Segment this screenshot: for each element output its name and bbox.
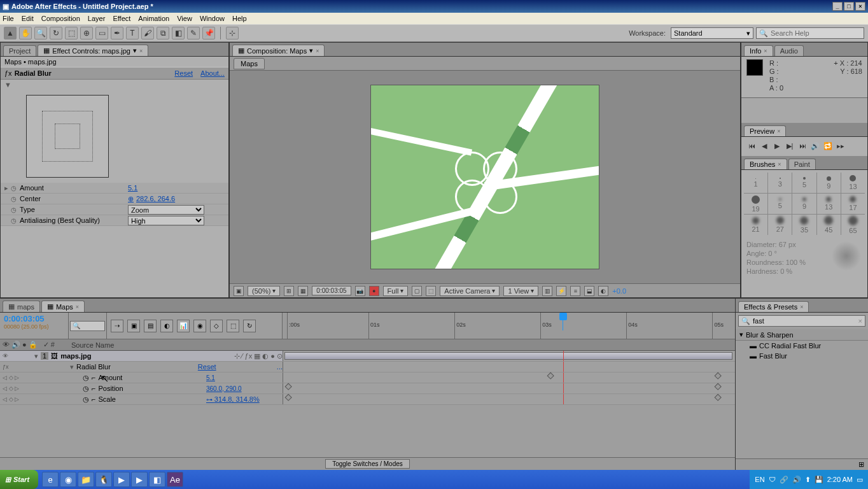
timeline-icon[interactable]: ≡ (570, 286, 580, 296)
pen-tool[interactable]: ✒ (111, 27, 123, 39)
timeline-tab-maps[interactable]: ▦ Maps × (41, 301, 85, 312)
prop-row-amount[interactable]: ◁ ◇ ▷ ◷ ⌐ Amount5.1 ↖ (0, 372, 735, 383)
roto-tool[interactable]: ✎ (187, 27, 200, 39)
prop-type[interactable]: ◷ Type Zoom (1, 204, 228, 215)
puppet-tool[interactable]: 📌 (202, 27, 215, 39)
system-tray[interactable]: EN 🛡 🔗 🔊 ⬆ 💾 2:20 AM ▭ (750, 470, 868, 489)
timeline-tab-maps-lower[interactable]: ▦ maps (3, 301, 40, 312)
live-update-icon[interactable]: ↻ (243, 320, 256, 332)
quality-dropdown[interactable]: Full ▾ (383, 286, 409, 296)
tray-volume-icon[interactable]: 🔊 (792, 476, 801, 484)
draft-3d-icon[interactable]: ⬚ (227, 320, 239, 332)
fast-preview-icon[interactable]: ⚡ (556, 286, 566, 296)
tray-lang[interactable]: EN (755, 476, 764, 483)
menu-window[interactable]: Window (200, 15, 225, 22)
layer-row-1[interactable]: 👁 ▾1 🖼 maps.jpg ⊹ ⁄ ƒx ▦ ◐ ● ⊙ (0, 351, 735, 362)
brush-tool[interactable]: 🖌 (141, 27, 154, 39)
tab-effects-presets[interactable]: Effects & Presets× (738, 301, 809, 312)
antialiasing-dropdown[interactable]: High (128, 216, 204, 225)
menu-composition[interactable]: Composition (41, 15, 80, 22)
timeline-ruler[interactable]: :00s 01s 02s 03s 04s 05s (283, 313, 735, 339)
clone-tool[interactable]: ⧉ (157, 27, 169, 39)
audio-button[interactable]: 🔊 (810, 141, 820, 151)
tab-preview[interactable]: Preview× (744, 125, 786, 136)
menu-effect[interactable]: Effect (113, 15, 130, 22)
play-button[interactable]: ▶ (772, 141, 782, 151)
grid-icon[interactable]: ▦ (298, 286, 308, 296)
taskbar-folder-icon[interactable]: 📁 (78, 472, 94, 487)
close-icon[interactable]: × (139, 48, 143, 54)
3d-view-icon[interactable]: ⬚ (426, 286, 436, 296)
first-frame-button[interactable]: ⏮ (746, 141, 757, 151)
toggle-switches-button[interactable]: Toggle Switches / Modes (325, 459, 410, 469)
effect-row-radial-blur[interactable]: ƒx ▾Radial BlurReset... (0, 362, 735, 372)
search-help-input[interactable]: 🔍Search Help (756, 27, 864, 39)
tray-updates-icon[interactable]: ⬆ (805, 476, 811, 484)
tab-composition[interactable]: ▦ Composition: Maps ▾× (232, 45, 325, 56)
tab-brushes[interactable]: Brushes× (744, 159, 787, 169)
graph-editor-icon[interactable]: 📊 (177, 320, 190, 332)
maximize-button[interactable]: □ (844, 2, 854, 11)
new-bin-icon[interactable]: ⊞ (858, 460, 864, 468)
timecode-display[interactable]: 0:00:03:05 (312, 286, 351, 295)
tab-project[interactable]: Project (3, 45, 36, 56)
prop-row-scale[interactable]: ◁ ◇ ▷ ◷ ⌐ Scale⊶ 314.8, 314.8% (0, 394, 735, 405)
tab-paint[interactable]: Paint (788, 159, 816, 169)
taskbar-wmp-icon[interactable]: ▶ (113, 472, 130, 487)
timeline-search-input[interactable] (70, 321, 105, 331)
menu-edit[interactable]: Edit (22, 15, 34, 22)
tray-show-desktop[interactable]: ▭ (857, 476, 863, 484)
taskbar-app2-icon[interactable]: ◧ (149, 472, 165, 487)
source-name-header[interactable]: Source Name (69, 341, 283, 349)
pixel-aspect-icon[interactable]: ▥ (542, 286, 552, 296)
tray-shield-icon[interactable]: 🛡 (769, 476, 776, 483)
loop-button[interactable]: 🔁 (823, 141, 833, 151)
rotate-tool[interactable]: ↻ (50, 27, 62, 39)
type-dropdown[interactable]: Zoom (128, 205, 204, 215)
hand-tool[interactable]: ✋ (19, 27, 32, 39)
prev-frame-button[interactable]: ◀ (759, 141, 769, 151)
lock-column-icon[interactable]: 🔒 (29, 341, 38, 349)
channel-icon[interactable]: ● (369, 286, 379, 296)
ram-preview-button[interactable]: ▸▸ (836, 141, 846, 151)
mask-tool[interactable]: ▭ (95, 27, 108, 39)
start-button[interactable]: ⊞ Start (0, 470, 38, 489)
taskbar-ae-icon[interactable]: Ae (167, 472, 183, 487)
amount-value[interactable]: 5.1 (128, 184, 137, 192)
solo-column-icon[interactable]: ● (22, 341, 27, 349)
stopwatch-icon[interactable]: ◷ (11, 206, 20, 213)
exposure-value[interactable]: +0.0 (612, 287, 626, 295)
timeline-timecode[interactable]: 0:00:03:05 00080 (25.00 fps) (0, 313, 69, 339)
taskbar-ie-icon[interactable]: e (42, 472, 59, 487)
workspace-dropdown[interactable]: Standard▾ (671, 27, 753, 39)
close-button[interactable]: × (855, 2, 865, 11)
audio-column-icon[interactable]: 🔊 (11, 341, 20, 349)
stopwatch-icon[interactable]: ◷ (83, 374, 89, 382)
comp-button-icon[interactable]: ▣ (127, 320, 140, 332)
center-value[interactable]: ⊕282.6, 264.6 (128, 195, 175, 203)
next-frame-button[interactable]: ▶| (785, 141, 795, 151)
local-axis-icon[interactable]: ⊹ (226, 27, 239, 39)
category-blur-sharpen[interactable]: ▾ Blur & Sharpen (736, 329, 868, 341)
menu-layer[interactable]: Layer (88, 15, 106, 22)
reset-link[interactable]: Reset (174, 69, 193, 77)
composition-viewer[interactable] (230, 71, 740, 283)
prop-center[interactable]: ◷ Center ⊕282.6, 264.6 (1, 194, 228, 204)
radial-blur-preview[interactable] (1, 90, 228, 183)
tray-safe-remove-icon[interactable]: 💾 (815, 476, 823, 484)
prop-amount[interactable]: ▸◷ Amount 5.1 (1, 183, 228, 194)
effect-fast-blur[interactable]: ▬Fast Blur (736, 351, 868, 361)
mask-view-icon[interactable]: ▢ (412, 286, 422, 296)
taskbar-qq-icon[interactable]: 🐧 (95, 472, 112, 487)
eye-column-icon[interactable]: 👁 (3, 341, 10, 349)
stopwatch-icon[interactable]: ◷ (11, 185, 20, 192)
tab-audio[interactable]: Audio (774, 45, 804, 56)
frame-blend-icon[interactable]: ▤ (144, 320, 157, 332)
effects-search-input[interactable]: 🔍 fast× (738, 315, 865, 327)
about-link[interactable]: About... (200, 69, 225, 77)
tab-effect-controls[interactable]: ▦ Effect Controls: maps.jpg ▾× (38, 45, 148, 56)
crosshair-icon[interactable]: ⊕ (128, 195, 134, 203)
camera-tool[interactable]: ⬚ (65, 27, 78, 39)
camera-dropdown[interactable]: Active Camera ▾ (440, 286, 500, 296)
auto-keyframe-icon[interactable]: ◇ (210, 320, 223, 332)
